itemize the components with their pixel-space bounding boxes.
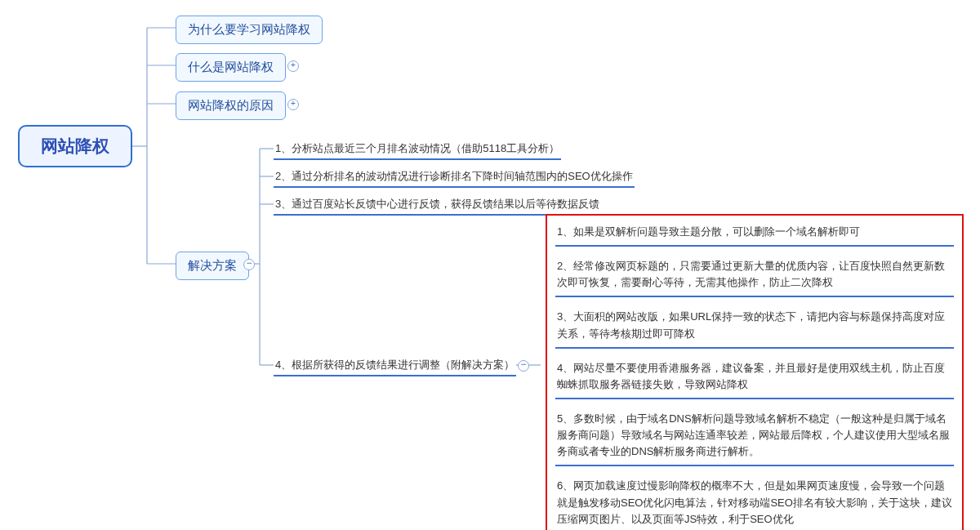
- solution-step-2[interactable]: 2、通过分析排名的波动情况进行诊断排名下降时间轴范围内的SEO优化操作: [274, 167, 635, 188]
- leaf-text: 1、分析站点最近三个月排名波动情况（借助5118工具分析）: [275, 142, 559, 154]
- leaf-text: 6、网页加载速度过慢影响降权的概率不大，但是如果网页速度慢，会导致一个问题就是触…: [557, 479, 952, 524]
- detail-item-3[interactable]: 3、大面积的网站改版，如果URL保持一致的状态下，请把内容与标题保持高度对应关系…: [555, 305, 954, 348]
- branch-reason[interactable]: 网站降权的原因: [176, 91, 286, 120]
- collapse-icon[interactable]: −: [243, 259, 255, 270]
- collapse-icon[interactable]: −: [518, 360, 529, 372]
- solution-step-1[interactable]: 1、分析站点最近三个月排名波动情况（借助5118工具分析）: [274, 139, 561, 160]
- solution-step-4[interactable]: 4、根据所获得的反馈结果进行调整（附解决方案）: [274, 355, 516, 376]
- leaf-text: 5、多数时候，由于域名DNS解析问题导致域名解析不稳定（一般这种是归属于域名服务…: [557, 412, 950, 457]
- leaf-text: 2、通过分析排名的波动情况进行诊断排名下降时间轴范围内的SEO优化操作: [275, 170, 633, 182]
- detail-item-6[interactable]: 6、网页加载速度过慢影响降权的概率不大，但是如果网页速度慢，会导致一个问题就是触…: [555, 474, 954, 530]
- leaf-text: 4、网站尽量不要使用香港服务器，建议备案，并且最好是使用双线主机，防止百度蜘蛛抓…: [557, 362, 945, 390]
- leaf-text: 4、根据所获得的反馈结果进行调整（附解决方案）: [275, 359, 514, 371]
- root-node[interactable]: 网站降权: [18, 125, 132, 167]
- branch-what-is[interactable]: 什么是网站降权: [176, 53, 286, 82]
- leaf-text: 2、经常修改网页标题的，只需要通过更新大量的优质内容，让百度快照自然更新数次即可…: [557, 260, 945, 288]
- detail-group-box: 1、如果是双解析问题导致主题分散，可以删除一个域名解析即可 2、经常修改网页标题…: [546, 214, 964, 530]
- solution-step-3[interactable]: 3、通过百度站长反馈中心进行反馈，获得反馈结果以后等待数据反馈: [274, 194, 601, 216]
- leaf-text: 3、通过百度站长反馈中心进行反馈，获得反馈结果以后等待数据反馈: [275, 198, 599, 210]
- expand-icon[interactable]: +: [287, 99, 299, 110]
- leaf-text: 1、如果是双解析问题导致主题分散，可以删除一个域名解析即可: [557, 225, 860, 238]
- root-label: 网站降权: [41, 135, 109, 158]
- mindmap-canvas: 网站降权 为什么要学习网站降权 什么是网站降权 + 网站降权的原因 + 解决方案…: [0, 0, 980, 530]
- detail-item-5[interactable]: 5、多数时候，由于域名DNS解析问题导致域名解析不稳定（一般这种是归属于域名服务…: [555, 408, 954, 466]
- leaf-text: 3、大面积的网站改版，如果URL保持一致的状态下，请把内容与标题保持高度对应关系…: [557, 310, 945, 339]
- branch-solution[interactable]: 解决方案: [176, 252, 249, 280]
- branch-label: 为什么要学习网站降权: [188, 23, 310, 36]
- detail-item-1[interactable]: 1、如果是双解析问题导致主题分散，可以删除一个域名解析即可: [555, 220, 954, 247]
- branch-label: 网站降权的原因: [188, 99, 274, 112]
- detail-item-2[interactable]: 2、经常修改网页标题的，只需要通过更新大量的优质内容，让百度快照自然更新数次即可…: [555, 255, 954, 297]
- expand-icon[interactable]: +: [287, 60, 299, 72]
- detail-item-4[interactable]: 4、网站尽量不要使用香港服务器，建议备案，并且最好是使用双线主机，防止百度蜘蛛抓…: [555, 357, 954, 399]
- branch-label: 解决方案: [188, 259, 237, 272]
- branch-why-learn[interactable]: 为什么要学习网站降权: [176, 16, 323, 44]
- branch-label: 什么是网站降权: [188, 60, 274, 73]
